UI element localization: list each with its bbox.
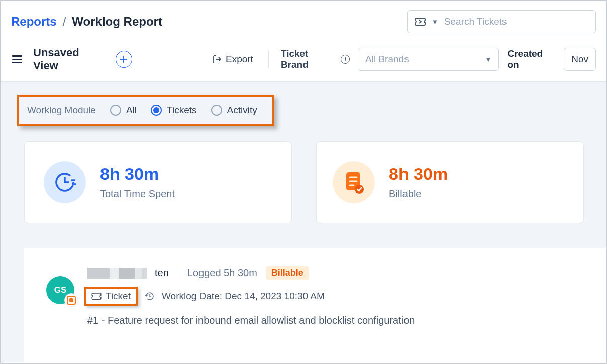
clock-icon <box>44 161 86 203</box>
breadcrumb: Reports / Worklog Report <box>11 15 162 29</box>
history-icon <box>145 291 155 301</box>
radio-icon <box>110 105 121 116</box>
radio-icon <box>211 105 222 116</box>
worklog-module-filter: Worklog Module All Tickets Activity <box>17 95 274 126</box>
billable-label: Billable <box>389 188 448 200</box>
radio-tickets[interactable]: Tickets <box>151 105 196 116</box>
radio-label-activity: Activity <box>227 105 257 116</box>
total-time-label: Total Time Spent <box>100 188 175 200</box>
view-title: Unsaved View <box>33 46 106 72</box>
billable-value: 8h 30m <box>389 165 448 183</box>
card-total-time: 8h 30m Total Time Spent <box>24 141 292 223</box>
divider <box>268 50 269 69</box>
ticket-icon <box>91 293 102 300</box>
billable-chip: Billable <box>266 266 309 280</box>
ticket-tag-label: Ticket <box>106 291 131 302</box>
agent-name <box>87 268 147 279</box>
brand-label: Ticket Brand i <box>281 48 350 70</box>
avatar-badge-icon <box>64 293 78 307</box>
info-icon[interactable]: i <box>341 55 350 64</box>
total-time-value: 8h 30m <box>100 165 175 183</box>
log-entry: GS ten Logged 5h 30m Billable <box>46 266 591 326</box>
date-value: Nov <box>571 54 588 65</box>
avatar-initials: GS <box>54 285 67 295</box>
brand-value: All Brands <box>365 54 409 65</box>
date-select[interactable]: Nov <box>564 48 596 71</box>
billable-icon <box>333 161 375 203</box>
card-billable: 8h 30m Billable <box>316 141 584 223</box>
export-icon <box>212 54 222 64</box>
chevron-down-icon[interactable]: ▼ <box>432 18 438 26</box>
worklog-date: Worklog Date: Dec 14, 2023 10:30 AM <box>162 291 325 302</box>
avatar[interactable]: GS <box>46 276 74 304</box>
search-box[interactable]: ▼ <box>407 10 596 33</box>
radio-icon <box>151 105 162 116</box>
breadcrumb-parent[interactable]: Reports <box>11 15 57 29</box>
export-button[interactable]: Export <box>209 52 256 67</box>
breadcrumb-current: Worklog Report <box>72 15 162 29</box>
ticket-icon <box>415 18 426 26</box>
menu-icon[interactable] <box>11 54 23 64</box>
add-view-button[interactable] <box>116 51 132 68</box>
search-input[interactable] <box>444 16 588 27</box>
log-panel: GS ten Logged 5h 30m Billable <box>24 248 606 363</box>
logged-time: Logged 5h 30m <box>187 267 257 279</box>
brand-select[interactable]: All Brands ▼ <box>358 48 499 71</box>
divider <box>178 267 178 280</box>
module-filter-label: Worklog Module <box>27 105 96 116</box>
breadcrumb-separator: / <box>63 15 66 29</box>
radio-activity[interactable]: Activity <box>211 105 257 116</box>
ticket-title[interactable]: #1 - Feature request for inbound email a… <box>87 315 591 326</box>
ticket-tag[interactable]: Ticket <box>84 287 138 306</box>
export-label: Export <box>226 54 253 65</box>
radio-label-all: All <box>126 105 137 116</box>
radio-all[interactable]: All <box>110 105 137 116</box>
radio-label-tickets: Tickets <box>167 105 196 116</box>
created-on-label: Created on <box>507 48 556 70</box>
agent-name-suffix: ten <box>155 267 169 279</box>
chevron-down-icon: ▼ <box>485 56 492 63</box>
